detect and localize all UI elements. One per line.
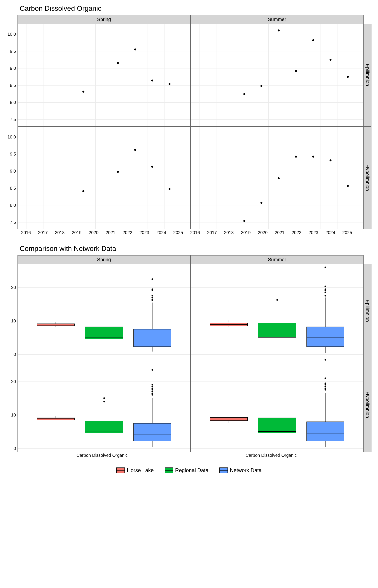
row-facet-epi: Epilimnion [364,264,371,358]
facet-grid: Result (mg/L) Spring Summer 7.58.08.59.0… [17,15,371,229]
data-point [278,29,280,31]
col-facet-summer: Summer [190,255,364,264]
box-regional-data [258,418,296,433]
box-horse-lake [210,417,248,421]
col-facet-summer: Summer [190,15,364,24]
data-point [295,156,297,158]
row-facet-hypo: Hypolimnion [364,126,371,229]
panel-spring-hypo: 7.58.08.59.09.510.0 [17,126,190,229]
legend-item-horse: Horse Lake [116,467,154,473]
scatter-chart: Carbon Dissolved Organic Result (mg/L) S… [4,4,374,236]
data-point [243,93,245,95]
legend-label: Regional Data [175,467,208,473]
box-panel-spring-epi: 01020 [17,264,190,358]
box-panel-summer-hypo [190,358,364,452]
box-network-data [134,423,172,441]
data-point [117,62,119,64]
box-horse-lake [210,323,248,326]
data-point [347,185,349,187]
data-point [278,177,280,179]
facet-grid-box: Results (mg/L) Spring Summer 01020 Epili… [17,255,371,452]
chart-title: Carbon Dissolved Organic [20,4,374,13]
data-point [82,91,84,93]
box-network-data [134,329,172,347]
box-network-data [307,422,345,441]
legend-item-network: Network Data [219,467,262,473]
boxplot-chart: Comparison with Network Data Results (mg… [4,245,374,458]
box-regional-data [258,323,296,338]
x-axis-ticks: 2016201720182019202020212022202320242025… [17,229,364,236]
data-point [260,202,262,204]
data-point [151,166,153,168]
legend-swatch [165,468,173,473]
data-point [243,220,245,222]
box-network-data [307,327,345,347]
box-regional-data [85,327,123,339]
col-facet-spring: Spring [17,255,190,264]
box-horse-lake [37,418,75,420]
data-point [169,188,171,190]
legend-item-regional: Regional Data [165,467,208,473]
panel-summer-hypo [190,126,364,229]
row-facet-hypo: Hypolimnion [364,358,371,452]
data-point [347,76,349,78]
data-point [295,70,297,72]
legend-label: Horse Lake [127,467,154,473]
panel-summer-epi [190,24,364,126]
data-point [330,59,332,61]
data-point [134,149,136,151]
data-point [312,39,314,41]
box-regional-data [85,421,123,433]
box-panel-spring-hypo: 01020 [17,358,190,452]
box-horse-lake [37,323,75,326]
legend: Horse Lake Regional Data Network Data [4,467,374,473]
data-point [330,160,332,161]
chart-title: Comparison with Network Data [20,245,374,253]
x-axis-ticks-box: Carbon Dissolved Organic Carbon Dissolve… [17,452,364,458]
data-point [260,85,262,87]
box-panel-summer-epi [190,264,364,358]
data-point [82,190,84,192]
legend-swatch [116,468,125,473]
panel-spring-epi: 7.58.08.59.09.510.0 [17,24,190,126]
data-point [312,156,314,158]
legend-label: Network Data [230,467,262,473]
data-point [169,83,171,85]
data-point [151,80,153,81]
data-point [134,49,136,51]
col-facet-spring: Spring [17,15,190,24]
legend-swatch [219,468,228,473]
row-facet-epi: Epilimnion [364,24,371,126]
data-point [117,171,119,173]
